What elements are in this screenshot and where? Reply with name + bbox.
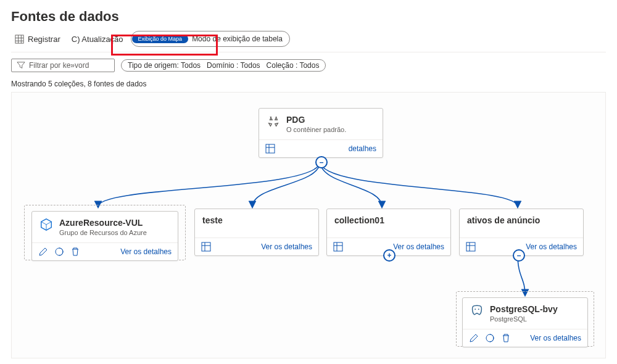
data-grid-icon[interactable] — [265, 144, 275, 154]
delete-icon[interactable] — [501, 333, 511, 343]
node-col01-title: collection01 — [334, 215, 384, 225]
postgres-icon — [470, 304, 484, 318]
svg-rect-15 — [466, 242, 475, 251]
node-ads[interactable]: ativos de anúncio Ver os detalhes — [459, 209, 584, 256]
svg-point-18 — [474, 308, 476, 310]
edit-icon[interactable] — [38, 247, 48, 257]
chip-collection[interactable]: Coleção : Todos — [267, 61, 320, 70]
table-view-option[interactable]: Modo de exibição de tabela — [188, 35, 289, 43]
node-pg-title: PostgreSQL-bvy — [490, 304, 558, 314]
azure-cube-icon — [39, 218, 53, 231]
node-azure-title: AzureResource-VUL — [59, 218, 147, 228]
scan-icon[interactable] — [485, 333, 495, 343]
edit-icon[interactable] — [469, 333, 479, 343]
node-teste-view[interactable]: Ver os detalhes — [261, 242, 312, 251]
node-pdg-sub: O contêiner padrão. — [286, 126, 346, 133]
node-pg-sub: PostgreSQL — [490, 315, 558, 323]
register-label: Registrar — [28, 35, 60, 44]
delete-icon[interactable] — [70, 247, 80, 257]
node-teste[interactable]: teste Ver os detalhes — [194, 209, 319, 256]
recycle-icon — [267, 115, 280, 128]
node-azure[interactable]: AzureResource-VUL Grupo de Recursos do A… — [31, 211, 178, 261]
svg-rect-5 — [266, 144, 275, 153]
refresh-label: C) Atualização — [72, 35, 123, 44]
node-pg-view[interactable]: Ver os detalhes — [530, 334, 581, 342]
svg-rect-0 — [15, 35, 23, 43]
chip-domain[interactable]: Domínio : Todos — [207, 61, 260, 70]
svg-rect-12 — [334, 242, 342, 251]
svg-rect-9 — [202, 242, 210, 251]
node-ads-view[interactable]: Ver os detalhes — [526, 242, 577, 251]
summary-text: Mostrando 5 coleções, 8 fontes de dados — [11, 80, 606, 88]
keyword-placeholder: Filtrar por ke»vord — [29, 61, 89, 70]
node-azure-view[interactable]: Ver os detalhes — [120, 247, 172, 256]
refresh-button[interactable]: C) Atualização — [68, 32, 127, 46]
collapse-button-ads[interactable]: – — [513, 249, 525, 262]
register-button[interactable]: Registrar — [11, 32, 64, 46]
map-canvas[interactable]: PDG O contêiner padrão. detalhes – Azure… — [11, 92, 606, 358]
expand-button-col01[interactable]: + — [383, 249, 395, 262]
node-pdg-title: PDG — [286, 115, 346, 125]
map-view-pill[interactable]: Exibição do Mapa — [132, 35, 189, 43]
filter-bar: Filtrar por ke»vord Tipo de origem: Todo… — [11, 59, 606, 72]
filter-icon — [17, 61, 25, 70]
scan-icon[interactable] — [54, 247, 64, 257]
node-teste-title: teste — [202, 215, 223, 225]
node-azure-sub: Grupo de Recursos do Azure — [59, 229, 147, 236]
data-grid-icon[interactable] — [201, 242, 211, 252]
collapse-button-pdg[interactable]: – — [315, 156, 328, 168]
node-ads-title: ativos de anúncio — [467, 215, 540, 225]
view-toggle[interactable]: Exibição do Mapa Modo de exibição de tab… — [131, 31, 290, 47]
chip-source-type[interactable]: Tipo de origem: Todos — [128, 61, 201, 70]
page-title: Fontes de dados — [11, 9, 606, 25]
grid-icon — [15, 35, 24, 44]
filter-chips: Tipo de origem: Todos Domínio : Todos Co… — [121, 59, 326, 72]
node-col01-view[interactable]: Ver os detalhes — [393, 242, 444, 251]
data-grid-icon[interactable] — [333, 242, 343, 252]
keyword-filter[interactable]: Filtrar por ke»vord — [11, 59, 115, 72]
node-pg[interactable]: PostgreSQL-bvy PostgreSQL Ver os detalhe… — [462, 297, 588, 347]
node-pdg-details[interactable]: detalhes — [349, 144, 376, 153]
svg-point-19 — [478, 308, 479, 310]
toolbar: Registrar C) Atualização Exibição do Map… — [11, 31, 606, 52]
data-grid-icon[interactable] — [466, 242, 476, 252]
node-pdg[interactable]: PDG O contêiner padrão. detalhes — [259, 108, 383, 158]
